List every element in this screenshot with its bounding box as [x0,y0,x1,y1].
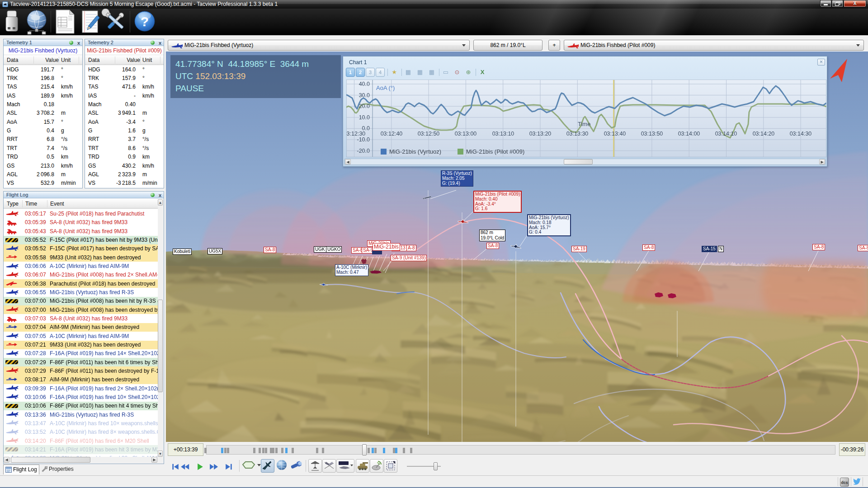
svg-text:03:13:00: 03:13:00 [455,131,477,137]
svg-text:AoA (°): AoA (°) [376,84,395,91]
svg-text:03:13:30: 03:13:30 [566,131,589,137]
svg-text:03:14:10: 03:14:10 [715,131,737,137]
svg-text:03:14:20: 03:14:20 [753,131,775,137]
svg-text:03:13:50: 03:13:50 [641,131,663,137]
svg-text:?: ? [141,14,149,29]
svg-text:30.0: 30.0 [359,92,370,99]
svg-text:MiG-21bis (Vyrtuoz): MiG-21bis (Vyrtuoz) [389,148,441,155]
svg-text:20.0: 20.0 [359,103,370,109]
svg-text:03:12:40: 03:12:40 [381,131,403,137]
svg-text:03:14:00: 03:14:00 [678,131,700,137]
svg-text:10.0: 10.0 [359,114,370,121]
svg-text:-10.0: -10.0 [357,136,370,143]
svg-text:-20.0: -20.0 [357,148,370,154]
svg-text:Time: Time [578,121,590,127]
svg-text:03:12:30: 03:12:30 [346,131,365,137]
svg-text:03:14:30: 03:14:30 [790,131,812,137]
svg-text:03:13:40: 03:13:40 [604,131,626,137]
svg-text:03:13:10: 03:13:10 [492,131,514,137]
svg-text:03:12:50: 03:12:50 [418,131,440,137]
svg-text:40.0: 40.0 [359,81,370,87]
svg-text:MiG-21bis (Pilot #009): MiG-21bis (Pilot #009) [466,148,524,155]
svg-text:03:13:20: 03:13:20 [529,131,552,137]
